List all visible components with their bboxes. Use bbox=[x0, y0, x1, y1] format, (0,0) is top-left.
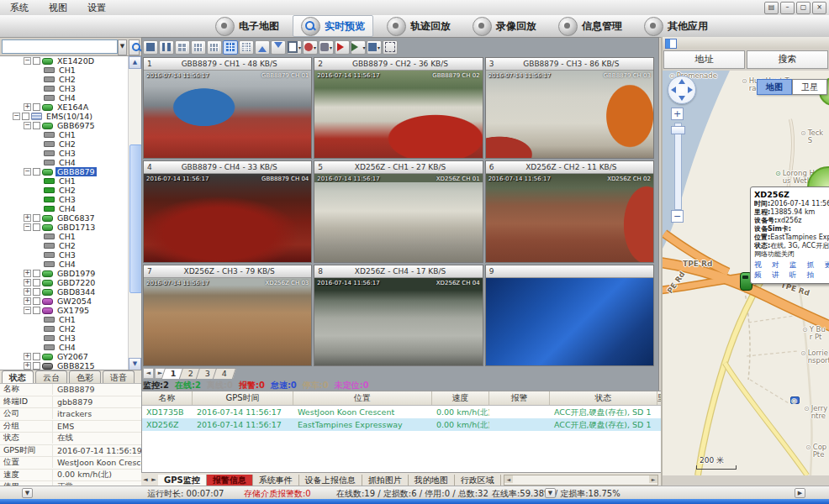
video-feed[interactable]: 2016-07-14 11:56:17 GBB8879 CH 03 bbox=[486, 71, 653, 158]
collapse-left-panel-icon[interactable]: ▼ bbox=[22, 488, 33, 498]
scroll-down-icon[interactable]: ▼ bbox=[129, 358, 141, 370]
popup-action-link[interactable]: 更 bbox=[825, 260, 829, 281]
video-cell[interactable]: 2 GBB8879 - CH2 - 36 KB/S 2016-07-14 11:… bbox=[314, 57, 483, 159]
table-row[interactable]: XD256Z 2016-07-14 11:56:17 EastTampines … bbox=[142, 418, 662, 431]
menu-item[interactable]: 系统 bbox=[0, 1, 39, 15]
video-feed[interactable]: 2016-07-14 11:56:17 GBB8879 CH 02 bbox=[314, 71, 482, 158]
tree-checkbox[interactable] bbox=[33, 214, 40, 222]
panel-toggle-icon[interactable] bbox=[665, 39, 677, 49]
tree-expander-icon[interactable] bbox=[24, 122, 31, 129]
tree-row[interactable]: GY2067 bbox=[0, 352, 141, 361]
bottom-tab[interactable]: 报警信息 bbox=[207, 475, 253, 486]
tree-row[interactable]: GBC6837 bbox=[0, 213, 141, 223]
pan-down-icon[interactable] bbox=[679, 96, 685, 101]
window-control-icon[interactable]: ▢ bbox=[796, 2, 811, 14]
video-toolbar-button[interactable]: ▾ bbox=[191, 40, 206, 55]
toolbar-button[interactable]: 电子地图 bbox=[207, 15, 288, 37]
video-toolbar-button[interactable]: ▾ bbox=[319, 40, 334, 55]
search-icon[interactable] bbox=[129, 39, 140, 55]
map-canvas[interactable]: ⊙ Promenade ⊙ Hua Huat T rading Co. ⊙ Te… bbox=[663, 71, 829, 475]
tree-row[interactable]: CH3 bbox=[0, 333, 141, 343]
tree-row[interactable]: GBD8344 bbox=[0, 287, 141, 297]
popup-action-link[interactable]: 抓拍 bbox=[807, 260, 821, 281]
column-header[interactable]: GPS时间 bbox=[193, 391, 293, 405]
tree-row[interactable]: CH3 bbox=[0, 250, 141, 260]
tree-row[interactable]: CH1 bbox=[0, 232, 141, 241]
bottom-tab[interactable]: GPS监控 bbox=[158, 475, 207, 486]
video-toolbar-button[interactable]: ▾ bbox=[287, 40, 302, 55]
zoom-slider-thumb[interactable] bbox=[671, 126, 685, 134]
search-button[interactable]: 搜索 bbox=[747, 50, 828, 69]
tree-row[interactable]: CH4 bbox=[0, 260, 141, 269]
tree-scrollbar[interactable]: ▲ ▼ bbox=[128, 56, 141, 370]
tree-row[interactable]: CH4 bbox=[0, 343, 141, 352]
video-feed[interactable] bbox=[486, 278, 653, 365]
video-cell[interactable]: 9 bbox=[485, 265, 654, 366]
toolbar-button[interactable]: 录像回放 bbox=[464, 15, 545, 37]
tree-row[interactable]: CH3 bbox=[0, 195, 141, 204]
video-cell[interactable]: 1 GBB8879 - CH1 - 48 KB/S 2016-07-14 11:… bbox=[143, 57, 312, 159]
tree-expander-icon[interactable] bbox=[24, 279, 31, 286]
video-cell[interactable]: 3 GBB8879 - CH3 - 86 KB/S 2016-07-14 11:… bbox=[485, 57, 654, 159]
video-toolbar-button[interactable]: ▾ bbox=[271, 40, 286, 55]
video-toolbar-button[interactable]: ▾ bbox=[207, 40, 222, 55]
tabs-next-icon[interactable]: ► bbox=[150, 475, 158, 485]
status-tab[interactable]: 状态 bbox=[2, 370, 34, 384]
popup-action-link[interactable]: 视频 bbox=[754, 260, 768, 281]
tree-checkbox[interactable] bbox=[33, 168, 40, 176]
collapse-right-panel-icon[interactable]: ▶ bbox=[795, 488, 805, 498]
tree-checkbox[interactable] bbox=[22, 113, 29, 120]
window-control-icon[interactable]: – bbox=[780, 2, 795, 14]
tree-row[interactable]: GBD1979 bbox=[0, 269, 141, 278]
tree-expander-icon[interactable] bbox=[24, 57, 31, 65]
bottom-tab[interactable]: 行政区域 bbox=[455, 475, 501, 486]
tree-row[interactable]: GBB8879 bbox=[0, 167, 141, 176]
tree-row[interactable]: CH4 bbox=[0, 158, 141, 167]
tree-checkbox[interactable] bbox=[33, 57, 40, 65]
address-button[interactable]: 地址 bbox=[663, 50, 745, 69]
window-control-icon[interactable]: ▤ bbox=[764, 2, 779, 14]
collapse-bottom-panel-icon[interactable]: ▼ bbox=[545, 488, 556, 498]
tree-checkbox[interactable] bbox=[33, 122, 40, 129]
tree-row[interactable]: XE164A bbox=[0, 102, 141, 112]
page-tab[interactable]: 4 bbox=[213, 368, 236, 379]
menu-item[interactable]: 视图 bbox=[39, 1, 77, 15]
column-header[interactable]: 位置 bbox=[293, 391, 432, 405]
video-toolbar-button[interactable]: ▾ bbox=[223, 40, 238, 55]
tree-row[interactable]: CH4 bbox=[0, 204, 141, 213]
zoom-slider[interactable] bbox=[674, 123, 682, 210]
tree-checkbox[interactable] bbox=[33, 279, 40, 286]
status-tab[interactable]: 语音 bbox=[103, 370, 135, 384]
tree-checkbox[interactable] bbox=[33, 362, 40, 370]
tree-checkbox[interactable] bbox=[33, 103, 40, 111]
tree-expander-icon[interactable] bbox=[24, 297, 31, 305]
tree-row[interactable]: CH2 bbox=[0, 324, 141, 333]
column-header[interactable]: 名称 bbox=[142, 391, 193, 405]
tree-row[interactable]: CH2 bbox=[0, 241, 141, 250]
popup-action-link[interactable]: 对讲 bbox=[772, 260, 786, 281]
video-toolbar-button[interactable]: ▾ bbox=[159, 40, 174, 55]
bottom-tab[interactable]: 系统事件 bbox=[253, 475, 299, 486]
status-tab[interactable]: 色彩 bbox=[69, 370, 101, 384]
popup-action-link[interactable]: 监听 bbox=[789, 260, 804, 281]
tree-row[interactable]: GBD7220 bbox=[0, 278, 141, 287]
video-cell[interactable]: 7 XD256Z - CH3 - 79 KB/S 2016-07-14 11:5… bbox=[143, 265, 312, 366]
tree-row[interactable]: GW2054 bbox=[0, 297, 141, 306]
video-toolbar-button[interactable]: ▾ bbox=[367, 40, 382, 55]
map-type-satellite[interactable]: 卫星 bbox=[792, 79, 827, 95]
tree-row[interactable]: CH1 bbox=[0, 315, 141, 324]
video-cell[interactable]: 4 GBB8879 - CH4 - 33 KB/S 2016-07-14 11:… bbox=[143, 160, 312, 262]
tree-expander-icon[interactable] bbox=[13, 113, 20, 120]
map-type-map[interactable]: 地图 bbox=[757, 79, 792, 95]
tree-expander-icon[interactable] bbox=[24, 168, 31, 176]
video-cell[interactable]: 5 XD256Z - CH1 - 27 KB/S 2016-07-14 11:5… bbox=[314, 160, 483, 262]
video-toolbar-button[interactable]: ▾ bbox=[255, 40, 270, 55]
tree-row[interactable]: CH1 bbox=[0, 176, 141, 186]
tree-expander-icon[interactable] bbox=[24, 103, 31, 111]
pan-up-icon[interactable] bbox=[679, 79, 685, 84]
bottom-tab[interactable]: 抓拍图片 bbox=[362, 475, 409, 486]
column-header[interactable]: 速度 bbox=[432, 391, 489, 405]
tree-expander-icon[interactable] bbox=[24, 362, 31, 370]
video-toolbar-button[interactable]: ▾ bbox=[143, 40, 158, 55]
zoom-out-icon[interactable]: − bbox=[671, 210, 684, 223]
